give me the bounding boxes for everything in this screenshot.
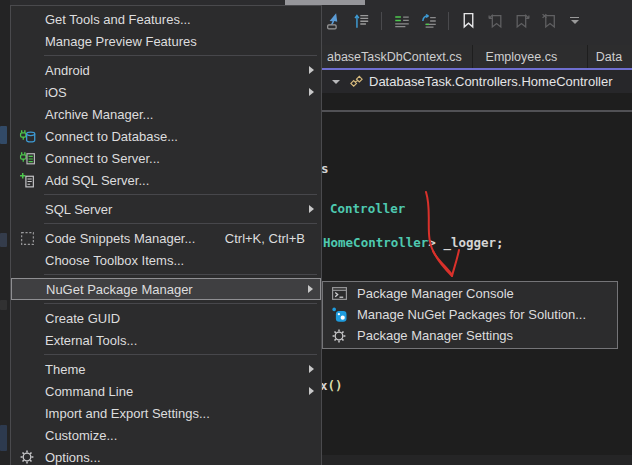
menu-item-nuget-package-manager[interactable]: NuGet Package Manager <box>11 278 321 300</box>
toolbar-separator <box>381 12 382 30</box>
menu-item-package-manager-console[interactable]: Package Manager Console <box>323 283 617 304</box>
tools-menu: Get Tools and Features... Manage Preview… <box>10 5 322 465</box>
editor-divider <box>322 110 632 112</box>
code-snippets-icon <box>16 230 38 247</box>
format-document-icon[interactable] <box>418 10 439 31</box>
menu-item-get-tools-and-features[interactable]: Get Tools and Features... <box>11 8 321 30</box>
menu-item-manage-nuget-packages-for-solution[interactable]: Manage NuGet Packages for Solution... <box>323 304 617 325</box>
menu-item-add-sql-server[interactable]: Add SQL Server... <box>11 169 321 191</box>
menu-item-command-line[interactable]: Command Line <box>11 380 321 402</box>
connect-server-icon <box>16 150 38 167</box>
gear-icon <box>329 328 349 344</box>
editor-bottom-strip <box>322 455 632 465</box>
format-selection-icon[interactable] <box>391 10 412 31</box>
menu-item-choose-toolbox-items[interactable]: Choose Toolbox Items... <box>11 249 321 271</box>
toolbar-separator <box>448 12 449 30</box>
menu-item-manage-preview-features[interactable]: Manage Preview Features <box>11 30 321 52</box>
menu-separator <box>11 52 321 59</box>
select-element-icon[interactable] <box>324 10 345 31</box>
code-editor[interactable]: s Controller HomeController> _logger; x(… <box>322 93 632 465</box>
tab-label: abaseTaskDbContext.cs <box>327 50 462 64</box>
code-fragment: x() <box>320 379 343 393</box>
tab-employee[interactable]: Employee.cs <box>473 45 588 68</box>
menu-item-create-guid[interactable]: Create GUID <box>11 307 321 329</box>
class-icon <box>349 74 364 89</box>
menu-item-connect-to-database[interactable]: Connect to Database... <box>11 125 321 147</box>
chevron-down-icon[interactable] <box>332 80 340 84</box>
menu-item-import-and-export-settings[interactable]: Import and Export Settings... <box>11 402 321 424</box>
menu-item-archive-manager[interactable]: Archive Manager... <box>11 103 321 125</box>
code-fragment: HomeController> _logger; <box>323 236 504 250</box>
left-edge-glyph <box>0 233 7 247</box>
tab-data[interactable]: Data <box>588 45 632 68</box>
menu-separator <box>11 220 321 227</box>
menu-item-ios[interactable]: iOS <box>11 81 321 103</box>
menu-item-sql-server[interactable]: SQL Server <box>11 198 321 220</box>
left-edge-glyph <box>0 126 7 144</box>
menu-separator <box>11 300 321 307</box>
left-edge-glyph <box>0 300 7 310</box>
tab-strip: abaseTaskDbContext.cs Employee.cs Data <box>322 45 632 70</box>
clear-bookmarks-icon[interactable] <box>539 10 560 31</box>
menu-separator <box>11 191 321 198</box>
menu-item-shortcut: Ctrl+K, Ctrl+B <box>225 231 305 246</box>
add-sql-server-icon <box>16 172 38 189</box>
tab-label: Data <box>596 50 622 64</box>
gear-icon <box>16 449 38 465</box>
nuget-submenu: Package Manager Console Manage NuGet Pac… <box>322 281 618 349</box>
tab-databasetaskdbcontext[interactable]: abaseTaskDbContext.cs <box>322 45 473 68</box>
previous-bookmark-icon[interactable] <box>485 10 506 31</box>
menu-item-connect-to-server[interactable]: Connect to Server... <box>11 147 321 169</box>
menu-item-options[interactable]: Options... <box>11 446 321 465</box>
left-edge-glyph <box>0 425 7 451</box>
menu-item-android[interactable]: Android <box>11 59 321 81</box>
next-bookmark-icon[interactable] <box>512 10 533 31</box>
code-fragment: s <box>321 162 329 176</box>
nuget-icon <box>329 306 349 323</box>
breadcrumb-class-name: DatabaseTask.Controllers.HomeController <box>369 74 613 89</box>
submenu-arrow-icon <box>309 66 314 74</box>
menu-item-code-snippets-manager[interactable]: Code Snippets Manager... Ctrl+K, Ctrl+B <box>11 227 321 249</box>
submenu-arrow-icon <box>309 387 314 395</box>
toolbar-overflow-icon[interactable] <box>570 17 579 24</box>
connect-database-icon <box>16 128 38 145</box>
code-fragment: Controller <box>330 202 405 216</box>
menu-item-package-manager-settings[interactable]: Package Manager Settings <box>323 325 617 346</box>
view-code-icon[interactable] <box>351 10 372 31</box>
navigation-bar[interactable]: DatabaseTask.Controllers.HomeController <box>322 70 632 94</box>
menu-separator <box>11 271 321 278</box>
toggle-bookmark-icon[interactable] <box>458 10 479 31</box>
submenu-arrow-icon <box>309 365 314 373</box>
vs-window: abaseTaskDbContext.cs Employee.cs Data D… <box>0 0 632 465</box>
menu-item-external-tools[interactable]: External Tools... <box>11 329 321 351</box>
window-left-edge <box>0 0 10 465</box>
menu-item-theme[interactable]: Theme <box>11 358 321 380</box>
menu-separator <box>11 351 321 358</box>
submenu-arrow-icon <box>309 205 314 213</box>
submenu-arrow-icon <box>308 285 313 293</box>
console-icon <box>329 285 349 302</box>
tab-label: Employee.cs <box>486 50 558 64</box>
menu-item-customize[interactable]: Customize... <box>11 424 321 446</box>
submenu-arrow-icon <box>309 88 314 96</box>
